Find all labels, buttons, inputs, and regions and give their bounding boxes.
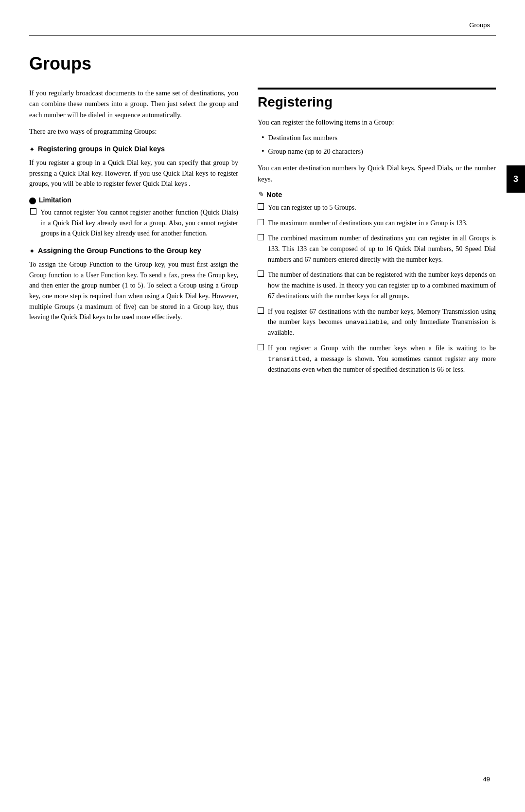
- note-checkbox-2: [258, 219, 264, 225]
- limitation-heading-text: Limitation: [39, 196, 71, 204]
- bullet-item-2-text: Group name (up to 20 characters): [268, 146, 363, 157]
- note-pencil-icon: ✎: [258, 190, 263, 198]
- limitation-bullet-icon: [29, 198, 36, 204]
- another-text: You cannot register another function (Qu…: [40, 209, 238, 237]
- top-rule: [29, 35, 496, 36]
- two-column-layout: If you regularly broadcast documents to …: [29, 88, 496, 380]
- note-text-3: The combined maximum number of destinati…: [268, 233, 496, 265]
- page-container: Groups 3 49 Groups If you regularly broa…: [0, 0, 525, 812]
- diamond-bullet-2: ✦: [29, 247, 35, 255]
- chapter-tab: 3: [507, 165, 525, 193]
- chapter-tab-number: 3: [513, 174, 518, 184]
- note-item-4: The number of destinations that can be r…: [258, 270, 496, 301]
- registering-rule: [258, 88, 496, 90]
- limitation-item-1: You cannot register You cannot register …: [30, 207, 238, 239]
- note-checkbox-1: [258, 203, 264, 210]
- quick-dial-heading: ✦ Registering groups in Quick Dial keys: [29, 145, 238, 154]
- note-item-6: If you register a Group with the number …: [258, 343, 496, 375]
- quick-dial-body: If you register a group in a Quick Dial …: [29, 158, 238, 189]
- note-item-1: You can register up to 5 Groups.: [258, 202, 496, 213]
- note-checkbox-5: [258, 307, 264, 314]
- bullet-item-1-text: Destination fax numbers: [268, 132, 338, 143]
- bullet-item-2: Group name (up to 20 characters): [262, 146, 496, 158]
- registering-title: Registering: [258, 94, 496, 110]
- group-key-body: To assign the Group Function to the Grou…: [29, 259, 238, 323]
- page-title: Groups: [29, 54, 496, 74]
- note-item-2: The maximum number of destinations you c…: [258, 218, 496, 229]
- note-heading: ✎ Note: [258, 190, 496, 198]
- note-heading-text: Note: [266, 191, 282, 198]
- header-label: Groups: [469, 21, 490, 29]
- right-intro: You can register the following items in …: [258, 117, 496, 127]
- mono-transmitted: transmitted: [268, 356, 310, 363]
- limitation-heading: Limitation: [29, 196, 238, 204]
- intro-para-2: There are two ways of programming Groups…: [29, 126, 238, 137]
- note-item-3: The combined maximum number of destinati…: [258, 233, 496, 265]
- note-checkbox-3: [258, 234, 264, 240]
- content-area: Groups If you regularly broadcast docume…: [29, 44, 496, 768]
- left-column: If you regularly broadcast documents to …: [29, 88, 238, 327]
- note-text-2: The maximum number of destinations you c…: [268, 218, 496, 229]
- bullet-item-1: Destination fax numbers: [262, 132, 496, 144]
- intro-para-1: If you regularly broadcast documents to …: [29, 88, 238, 120]
- group-key-heading-text: Assigning the Group Functions to the Gro…: [38, 247, 201, 254]
- diamond-bullet-1: ✦: [29, 145, 35, 154]
- limitation-text-1: You cannot register You cannot register …: [40, 207, 238, 239]
- note-text-5: If you register 67 destinations with the…: [268, 307, 496, 339]
- note-text-6: If you register a Group with the number …: [268, 343, 496, 375]
- header-text: Groups: [469, 21, 490, 29]
- mono-unavailable: unavailable: [345, 319, 387, 326]
- note-text-1: You can register up to 5 Groups.: [268, 202, 496, 213]
- checkbox-icon-1: [30, 208, 36, 215]
- note-checkbox-6: [258, 344, 264, 350]
- group-key-heading: ✦ Assigning the Group Functions to the G…: [29, 247, 238, 255]
- entry-text: You can enter destination numbers by Qui…: [258, 162, 496, 184]
- page-number: 49: [483, 776, 490, 783]
- note-item-5: If you register 67 destinations with the…: [258, 307, 496, 339]
- note-checkbox-4: [258, 271, 264, 277]
- right-column: Registering You can register the followi…: [258, 88, 496, 380]
- bullet-list: Destination fax numbers Group name (up t…: [262, 132, 496, 158]
- quick-dial-heading-text: Registering groups in Quick Dial keys: [38, 145, 165, 153]
- note-items: You can register up to 5 Groups. The max…: [258, 202, 496, 375]
- note-text-4: The number of destinations that can be r…: [268, 270, 496, 301]
